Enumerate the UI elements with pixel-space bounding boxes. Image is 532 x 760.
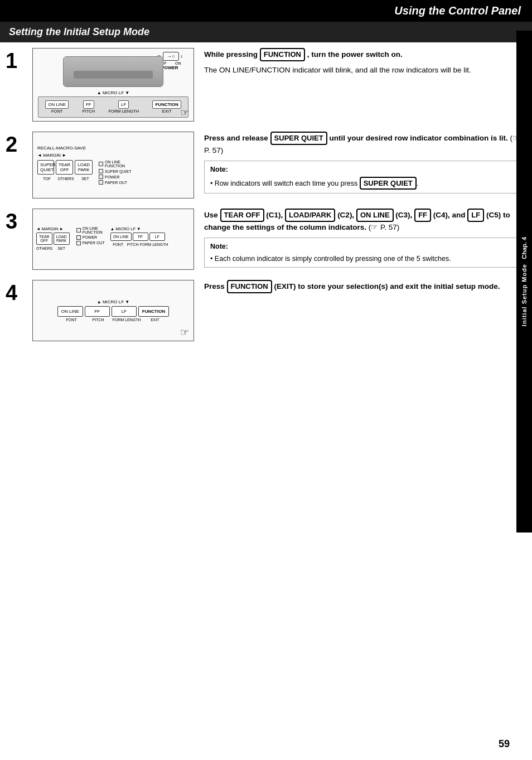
note-3-text: • Each column indicator is simply contro… [210,254,520,264]
step-1-text: While pressing FUNCTION , turn the power… [204,48,526,79]
step-2-instruction: Press and release [204,134,270,142]
sidebar-section-label: Initial Setup Mode [521,264,528,326]
header-title: Using the Control Panel [394,4,521,17]
step-2-number: 2 [6,132,32,155]
step-1-diagram: O →○ I OFF ON POWER ▲ MICRO LF ▼ [32,48,194,122]
microlf-label-4: ▲ MICRO LF ▼ [41,299,186,304]
lf-btn-4: LF [112,306,137,317]
step-1-row: 1 O →○ I OFF ON POWER [6,48,526,122]
on-line-btn-3: ON LINE [356,209,394,222]
sidebar: Chap. 4 Initial Setup Mode [516,31,532,533]
super-quiet-btn: SUPERQUIET [37,160,54,175]
diag1: O →○ I OFF ON POWER ▲ MICRO LF ▼ [33,49,194,121]
panel-row: ON LINE FONT FF PITCH LF FORM LENGTH FUN… [38,96,188,118]
diag3: ◄ MARGIN ► TEAROFF LOADPARK OTHERS SET O… [33,224,194,255]
section-title: Setting the Initial Setup Mode [9,26,149,37]
tear-off-btn-3: TEAR OFF [220,209,264,222]
microlf-label: ▲ MICRO LF ▼ [36,90,190,95]
step-2-text: Press and release SUPER QUIET until your… [204,132,526,193]
printer-body [63,56,163,87]
step-3-page-ref: (☞ P. 57) [369,223,400,231]
super-quiet-note-btn: SUPER QUIET [360,177,417,190]
page-number: 59 [499,738,510,750]
note-2-title: Note: [210,164,520,175]
step-1-detail: The ON LINE/FUNCTION indicator will blin… [204,65,526,76]
diag2-buttons: SUPERQUIET TEAROFF LOADPARK [37,160,94,175]
panel-btns-4: ON LINE FF LF FUNCTION [41,306,186,317]
margin-label: ◄ MARGIN ► [37,153,189,158]
step-3-note: Note: • Each column indicator is simply … [204,238,526,268]
step-2-diagram: RECALL-MACRO-SAVE ◄ MARGIN ► SUPERQUIET … [32,132,194,199]
function-btn-label-4: FUNCTION [227,280,272,293]
step-2-note: Note: • Row indicators will switch each … [204,161,526,193]
step-4-diagram: ▲ MICRO LF ▼ ON LINE FF LF FUNCTION FONT… [32,280,194,341]
function-btn-1: FUNCTION [260,48,305,61]
step-1-instruction2: , turn the power switch on. [307,50,403,59]
recall-macro-save-label: RECALL-MACRO-SAVE [37,146,189,151]
step-4-row: 4 ▲ MICRO LF ▼ ON LINE FF LF FUNCTION FO… [6,280,526,341]
diag4: ▲ MICRO LF ▼ ON LINE FF LF FUNCTION FONT… [33,296,194,325]
diag3-indicators: ON LINEFUNCTION POWER PAPER OUT [76,226,105,245]
load-park-btn: LOADPARK [75,160,93,175]
note-2-text: • Row indicators will switch each time y… [210,177,520,190]
main-content: 1 O →○ I OFF ON POWER [0,42,532,357]
step-4-number: 4 [6,280,32,303]
note-3-title: Note: [210,241,520,252]
section-title-bar: Setting the Initial Setup Mode [0,22,532,42]
ff-btn-4: FF [85,306,110,317]
diag2-indicators: ON LINEFUNCTION SUPER QUIET POWER PAPER … [99,160,131,185]
step-4-text: Press FUNCTION (EXIT) to store your sele… [204,280,526,297]
step-3-text: Use TEAR OFF (C1), LOAD/PARK (C2), ON LI… [204,209,526,268]
small-panel: ▲ MICRO LF ▼ ON LINE FF LF FUNCTION FONT… [41,299,186,322]
diag2: RECALL-MACRO-SAVE ◄ MARGIN ► SUPERQUIET … [33,142,194,188]
on-line-btn-4: ON LINE [57,306,83,317]
chap-label: Chap. 4 [521,237,528,259]
load-park-btn-3: LOAD/PARK [285,209,335,222]
step-3-diagram: ◄ MARGIN ► TEAROFF LOADPARK OTHERS SET O… [32,209,194,270]
ff-btn-3: FF [414,209,431,222]
step-1-number: 1 [6,48,32,71]
lf-btn-3: LF [467,209,484,222]
panel-labels-4: FONT PITCH FORM LENGTH EXIT [41,318,186,322]
tear-off-btn: TEAROFF [56,160,73,175]
step-3-number: 3 [6,209,32,232]
super-quiet-btn-label: SUPER QUIET [270,132,327,145]
header-bar: Using the Control Panel [0,0,532,22]
step-1-instruction: While pressing [204,50,260,59]
step-3-row: 3 ◄ MARGIN ► TEAROFF LOADPARK OTHERS SET [6,209,526,270]
step-2-row: 2 RECALL-MACRO-SAVE ◄ MARGIN ► SUPERQUIE… [6,132,526,199]
step-2-instruction2: until your desired row indicator combina… [329,134,510,142]
function-btn-4: FUNCTION [138,306,169,317]
